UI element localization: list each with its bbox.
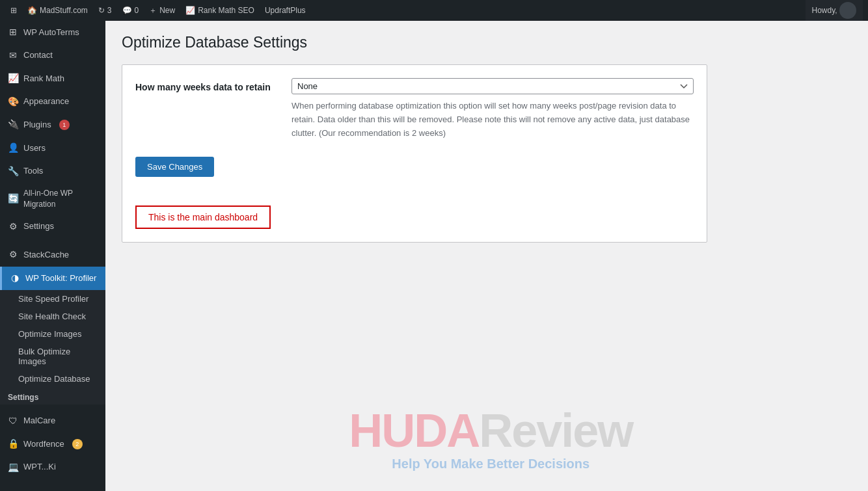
submenu-site-health-check[interactable]: Site Health Check xyxy=(0,308,105,325)
rank-math-sidebar-icon: 📈 xyxy=(8,72,18,85)
new-label: New xyxy=(159,6,175,15)
updraft-label: UpdraftPlus xyxy=(265,6,306,15)
form-label-weeks: How many weeks data to retain xyxy=(135,78,278,92)
form-row-weeks: How many weeks data to retain None 1 wee… xyxy=(135,78,694,140)
plugins-icon: 🔌 xyxy=(8,118,18,131)
admin-bar-updates[interactable]: ↻ 3 xyxy=(93,0,117,21)
sidebar-item-tools[interactable]: 🔧 Tools xyxy=(0,160,105,183)
sidebar-item-wpt[interactable]: 💻 WPT...Ki xyxy=(0,456,105,479)
admin-bar-updraft[interactable]: UpdraftPlus xyxy=(260,0,311,21)
sidebar-item-appearance[interactable]: 🎨 Appearance xyxy=(0,90,105,114)
users-icon: 👤 xyxy=(8,142,18,155)
sidebar: ⊞ WP AutoTerms ✉ Contact 📈 Rank Math 🎨 A… xyxy=(0,21,105,491)
admin-bar-rank-math[interactable]: 📈 Rank Math SEO xyxy=(180,0,260,21)
site-icon: 🏠 xyxy=(27,6,37,15)
updates-icon: ↻ xyxy=(98,6,105,15)
submenu-optimize-images[interactable]: Optimize Images xyxy=(0,325,105,343)
sidebar-item-plugins[interactable]: 🔌 Plugins 1 xyxy=(0,113,105,137)
admin-bar-comments[interactable]: 💬 0 xyxy=(117,0,144,21)
sidebar-item-label: WP AutoTerms xyxy=(23,27,79,38)
comments-icon: 💬 xyxy=(122,6,132,15)
sidebar-item-contact[interactable]: ✉ Contact xyxy=(0,44,105,68)
wp-toolkit-icon: ◑ xyxy=(10,272,20,285)
comments-count: 0 xyxy=(135,6,139,15)
form-description: When performing database optimization th… xyxy=(292,100,694,140)
admin-bar-wp[interactable]: ⊞ xyxy=(5,0,22,21)
save-changes-button[interactable]: Save Changes xyxy=(135,157,214,177)
sidebar-item-wordfence[interactable]: 🔒 Wordfence 2 xyxy=(0,432,105,456)
appearance-icon: 🎨 xyxy=(8,96,18,109)
rank-math-sidebar-label: Rank Math xyxy=(23,73,64,85)
sidebar-section-settings: Settings xyxy=(0,388,105,405)
sidebar-item-malcare[interactable]: 🛡 MalCare xyxy=(0,410,105,433)
sidebar-item-rank-math[interactable]: 📈 Rank Math xyxy=(0,67,105,90)
tools-icon: 🔧 xyxy=(8,165,18,178)
wpt-icon: 💻 xyxy=(8,461,18,474)
form-control-weeks: None 1 week 2 weeks 4 weeks 8 weeks When… xyxy=(292,78,694,140)
avatar-placeholder xyxy=(839,2,856,19)
annotation-box: This is the main dashboard xyxy=(135,206,271,229)
settings-box: How many weeks data to retain None 1 wee… xyxy=(122,64,707,243)
autoterms-icon: ⊞ xyxy=(8,26,18,39)
submenu-optimize-database[interactable]: Optimize Database xyxy=(0,370,105,388)
sidebar-item-label: Contact xyxy=(23,49,53,61)
site-name: MadStuff.com xyxy=(40,6,88,15)
weeks-select[interactable]: None 1 week 2 weeks 4 weeks 8 weeks xyxy=(292,78,694,94)
contact-icon: ✉ xyxy=(8,49,18,62)
stackcache-icon: ⚙ xyxy=(8,248,18,261)
admin-bar-new[interactable]: ＋ New xyxy=(144,0,180,21)
main-content: Optimize Database Settings How many week… xyxy=(105,21,868,491)
sidebar-item-wp-autoterms[interactable]: ⊞ WP AutoTerms xyxy=(0,21,105,44)
annotation-text: This is the main dashboard xyxy=(148,212,258,222)
admin-bar-site[interactable]: 🏠 MadStuff.com xyxy=(22,0,93,21)
migration-icon: 🔄 xyxy=(8,192,18,206)
submenu-bulk-optimize-images[interactable]: Bulk Optimize Images xyxy=(0,343,105,370)
appearance-label: Appearance xyxy=(23,96,69,107)
admin-bar-howdy[interactable]: Howdy, xyxy=(806,0,863,21)
sidebar-item-settings[interactable]: ⚙ Settings xyxy=(0,215,105,239)
sidebar-item-wp-toolkit[interactable]: ◑ WP Toolkit: Profiler xyxy=(0,267,105,290)
malcare-icon: 🛡 xyxy=(8,415,18,428)
sidebar-submenu-wp-toolkit: Site Speed Profiler Site Health Check Op… xyxy=(0,290,105,405)
settings-icon: ⚙ xyxy=(8,220,18,233)
page-title: Optimize Database Settings xyxy=(122,34,852,51)
wordfence-icon: 🔒 xyxy=(8,438,18,451)
wp-icon: ⊞ xyxy=(10,6,17,15)
sidebar-item-stackcache[interactable]: ⚙ StackCache xyxy=(0,243,105,267)
updates-count: 3 xyxy=(107,6,112,15)
admin-bar: ⊞ 🏠 MadStuff.com ↻ 3 💬 0 ＋ New 📈 Rank Ma… xyxy=(0,0,868,21)
howdy-text: Howdy, xyxy=(812,6,837,15)
wordfence-badge: 2 xyxy=(72,439,83,449)
plugins-badge: 1 xyxy=(59,120,70,130)
plus-icon: ＋ xyxy=(149,5,157,16)
rank-math-label: Rank Math SEO xyxy=(198,6,254,15)
submenu-site-speed-profiler[interactable]: Site Speed Profiler xyxy=(0,290,105,308)
sidebar-item-users[interactable]: 👤 Users xyxy=(0,137,105,160)
sidebar-item-all-in-one[interactable]: 🔄 All-in-One WP Migration xyxy=(0,183,105,215)
rank-math-icon: 📈 xyxy=(185,6,195,15)
